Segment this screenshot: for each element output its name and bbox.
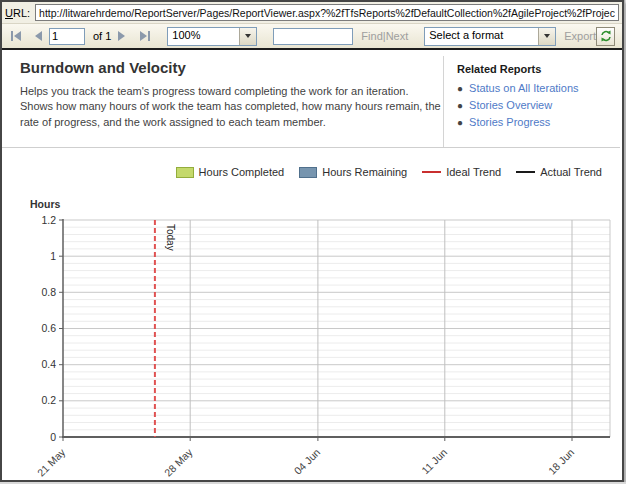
export-button[interactable]: Export [564, 30, 596, 42]
export-format-select[interactable]: Select a format [424, 27, 556, 46]
x-tick-label: 04 Jun [292, 446, 323, 477]
y-tick-label: 0.2 [41, 394, 56, 406]
last-page-icon [139, 31, 150, 41]
report-description: Helps you track the team's progress towa… [20, 84, 444, 130]
x-tick-label: 21 May [35, 445, 68, 478]
today-label: Today [165, 224, 176, 251]
related-report-link[interactable]: Stories Overview [469, 99, 552, 111]
legend-item: Hours Remaining [299, 166, 407, 178]
y-tick-label: 0 [50, 431, 56, 443]
url-input[interactable] [35, 4, 619, 21]
related-report-item: ●Stories Progress [457, 116, 607, 128]
y-axis-title: Hours [30, 198, 60, 210]
related-report-link[interactable]: Status on All Iterations [469, 82, 578, 94]
bullet-icon: ● [457, 84, 463, 94]
legend-swatch-icon [516, 171, 535, 173]
legend-item: Actual Trend [516, 166, 602, 178]
next-page-icon [118, 31, 126, 41]
legend-label: Actual Trend [540, 166, 602, 178]
y-tick-label: 1 [50, 250, 56, 262]
related-reports-heading: Related Reports [457, 63, 607, 75]
x-tick-label: 28 May [162, 445, 195, 478]
bullet-icon: ● [457, 118, 463, 128]
first-page-button[interactable] [9, 30, 23, 42]
related-report-link[interactable]: Stories Progress [469, 116, 550, 128]
y-tick-label: 0.4 [41, 358, 56, 370]
export-format-value: Select a format [425, 28, 538, 45]
legend-item: Ideal Trend [422, 166, 501, 178]
report-viewer-window: URL: of 1 100% Find | Next [0, 0, 624, 482]
page-count-label: of 1 [93, 30, 111, 42]
chevron-down-icon [544, 34, 550, 38]
url-label: URL: [5, 7, 30, 19]
y-tick-label: 0.8 [41, 286, 56, 298]
first-page-icon [11, 31, 22, 41]
zoom-select[interactable]: 100% [167, 27, 257, 46]
last-page-button[interactable] [137, 30, 151, 42]
zoom-value: 100% [168, 28, 239, 45]
related-panel-divider [443, 56, 444, 147]
related-report-item: ●Status on All Iterations [457, 82, 607, 94]
zoom-dropdown-button[interactable] [239, 28, 256, 45]
x-tick-label: 18 Jun [546, 446, 577, 477]
x-tick-label: 11 Jun [419, 446, 449, 476]
burndown-chart: 1.210.80.60.40.2021 May28 May04 Jun11 Ju… [2, 198, 620, 479]
bullet-icon: ● [457, 101, 463, 111]
legend-swatch-icon [422, 171, 441, 173]
section-divider [2, 147, 620, 148]
report-toolbar: of 1 100% Find | Next Select a format Ex… [2, 24, 622, 50]
refresh-button[interactable] [596, 27, 615, 46]
find-next-button[interactable]: Next [386, 30, 409, 42]
chart-canvas: 1.210.80.60.40.2021 May28 May04 Jun11 Ju… [2, 198, 620, 482]
page-title: Burndown and Velocity [20, 59, 186, 76]
y-tick-label: 1.2 [41, 214, 56, 226]
y-tick-label: 0.6 [41, 322, 56, 334]
legend-label: Hours Remaining [322, 166, 407, 178]
url-bar: URL: [2, 2, 622, 24]
previous-page-icon [34, 31, 42, 41]
legend-swatch-icon [176, 167, 194, 178]
chart-legend: Hours CompletedHours RemainingIdeal Tren… [2, 166, 602, 178]
legend-label: Ideal Trend [446, 166, 501, 178]
legend-item: Hours Completed [176, 166, 285, 178]
report-body: Burndown and Velocity Helps you track th… [2, 50, 622, 479]
related-report-item: ●Stories Overview [457, 99, 607, 111]
related-reports-panel: Related Reports ●Status on All Iteration… [457, 63, 607, 133]
next-page-button[interactable] [115, 30, 129, 42]
find-button[interactable]: Find [361, 30, 382, 42]
refresh-icon [600, 30, 612, 42]
legend-label: Hours Completed [199, 166, 285, 178]
current-page-input[interactable] [49, 28, 85, 45]
legend-swatch-icon [299, 167, 317, 178]
format-dropdown-button[interactable] [538, 28, 555, 45]
chevron-down-icon [245, 34, 251, 38]
related-reports-list: ●Status on All Iterations●Stories Overvi… [457, 82, 607, 128]
previous-page-button[interactable] [31, 30, 45, 42]
find-text-input[interactable] [273, 28, 353, 45]
